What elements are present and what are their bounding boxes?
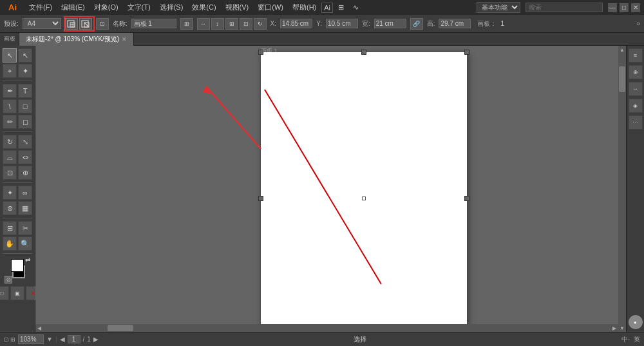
workspace-selector[interactable]: 基本功能 — [477, 2, 520, 13]
direct-select-tool[interactable]: ↖ — [18, 48, 32, 62]
artboard-tool[interactable]: ⊞ — [3, 221, 17, 235]
panel-btn-3[interactable]: ↔ — [629, 82, 643, 96]
delete-artboard-button[interactable] — [79, 18, 92, 30]
width-tool[interactable]: ⇔ — [18, 150, 32, 164]
menu-help[interactable]: 帮助(H) — [289, 1, 320, 14]
scroll-thumb[interactable] — [619, 66, 625, 92]
scroll-right-btn[interactable]: ▶ — [611, 324, 618, 332]
none-color[interactable]: ∅ — [5, 276, 12, 284]
options-extra-btn[interactable]: ⊡ — [96, 18, 109, 30]
preset-select[interactable]: A4 — [23, 18, 61, 29]
zoom-tool[interactable]: 🔍 — [18, 236, 32, 251]
text-tool[interactable]: T — [18, 84, 32, 98]
panel-circle-btn[interactable]: ● — [629, 315, 643, 329]
gradient-btn[interactable]: ▣ — [10, 286, 24, 300]
svg-rect-0 — [68, 21, 74, 27]
handle-top-mid[interactable] — [361, 50, 366, 55]
handle-mid-right[interactable] — [464, 196, 469, 201]
free-transform-tool[interactable]: ⊡ — [3, 166, 17, 180]
canvas-area[interactable]: 画板 1 ▲ ▼ — [35, 46, 626, 332]
panel-toggle[interactable]: 画板 — [0, 33, 19, 46]
y-input[interactable] — [326, 19, 358, 28]
color-mode-btn[interactable]: □ — [0, 286, 9, 300]
document-tab[interactable]: 未标题-2* @ 103% (CMYK/预览) ✕ — [19, 33, 134, 46]
fill-color[interactable] — [11, 259, 24, 272]
page-next[interactable]: ▶ — [93, 336, 99, 343]
slice-tool[interactable]: ✂ — [18, 221, 32, 235]
move-btn3[interactable]: ⊞ — [225, 18, 238, 30]
tool-row-pencil: ✏ ◻ — [3, 115, 32, 129]
move-btn1[interactable]: ↔ — [197, 18, 210, 30]
page-input[interactable] — [68, 335, 80, 343]
rect-tool[interactable]: □ — [18, 99, 32, 113]
svg-marker-9 — [202, 86, 211, 94]
magic-wand-tool[interactable]: ✦ — [18, 64, 32, 78]
graph-tool[interactable]: ▦ — [18, 201, 32, 215]
panel-btn-5[interactable]: ⋯ — [629, 115, 643, 130]
warp-tool[interactable]: ⌓ — [3, 150, 17, 164]
vertical-scrollbar[interactable]: ▲ ▼ — [618, 46, 626, 332]
menu-edit[interactable]: 编辑(E) — [57, 1, 89, 14]
handle-top-right[interactable] — [464, 50, 469, 55]
menu-icon2[interactable]: ∿ — [349, 2, 363, 13]
w-input[interactable] — [374, 19, 406, 28]
move-btn4[interactable]: ⊡ — [240, 18, 252, 30]
horizontal-scrollbar[interactable]: ◀ ▶ — [35, 324, 618, 332]
hand-tool[interactable]: ✋ — [3, 236, 17, 251]
search-input[interactable] — [526, 3, 603, 12]
menu-window[interactable]: 窗口(W) — [254, 1, 287, 14]
x-input[interactable] — [280, 19, 312, 28]
select-tool[interactable]: ↖ — [3, 48, 17, 62]
options-collapse-arrow[interactable]: » — [636, 20, 640, 27]
minimize-button[interactable]: — — [608, 3, 617, 12]
panel-btn-1[interactable]: ≡ — [629, 48, 643, 62]
artboard-icon-btn[interactable]: ⊞ — [180, 18, 193, 30]
menu-text[interactable]: 文字(T) — [124, 1, 155, 14]
menu-effect[interactable]: 效果(C) — [188, 1, 220, 14]
debug-btn-1[interactable]: ⊡ — [4, 336, 9, 343]
rotate-tool[interactable]: ↻ — [3, 135, 17, 149]
tool-row-hand: ✋ 🔍 — [3, 236, 32, 251]
shape-builder-tool[interactable]: ⊕ — [18, 166, 32, 180]
pen-tool[interactable]: ✒ — [3, 84, 17, 98]
scroll-down-btn[interactable]: ▼ — [618, 324, 626, 332]
scroll-up-btn[interactable]: ▲ — [618, 46, 626, 53]
menu-object[interactable]: 对象(O) — [90, 1, 122, 14]
scroll-left-btn[interactable]: ◀ — [35, 324, 43, 332]
page-prev[interactable]: ◀ — [60, 336, 65, 343]
separator: | — [55, 336, 57, 343]
menu-file[interactable]: 文件(F) — [25, 1, 56, 14]
restore-button[interactable]: □ — [620, 3, 629, 12]
move-btn5[interactable]: ↻ — [254, 18, 267, 30]
new-artboard-button[interactable] — [65, 18, 78, 30]
h-scroll-thumb[interactable] — [108, 325, 133, 331]
panel-btn-4[interactable]: ◈ — [629, 99, 643, 113]
menu-view[interactable]: 视图(V) — [222, 1, 253, 14]
zoom-dropdown[interactable]: ▼ — [46, 336, 53, 343]
pencil-tool[interactable]: ✏ — [3, 115, 17, 129]
menu-select[interactable]: 选择(S) — [156, 1, 187, 14]
move-btn2[interactable]: ↕ — [211, 18, 224, 30]
scale-tool[interactable]: ⤡ — [18, 135, 32, 149]
smooth-tool[interactable]: ◻ — [18, 115, 32, 129]
tool-row-rotate: ↻ ⤡ — [3, 135, 32, 149]
eyedropper-tool[interactable]: ✦ — [3, 186, 17, 200]
panel-btn-2[interactable]: ⊕ — [629, 65, 643, 79]
tab-close-icon[interactable]: ✕ — [122, 36, 127, 43]
swap-colors-icon[interactable]: ⇄ — [25, 256, 30, 264]
h-input[interactable] — [439, 19, 471, 28]
handle-top-left[interactable] — [258, 50, 263, 55]
spray-tool[interactable]: ⊛ — [3, 201, 17, 215]
line-tool[interactable]: \ — [3, 99, 17, 113]
separator-2 — [3, 131, 32, 132]
menu-extra[interactable]: Ai — [321, 3, 333, 13]
link-wh-btn[interactable]: 🔗 — [410, 18, 423, 30]
blend-tool[interactable]: ∞ — [18, 186, 32, 200]
menu-icon1[interactable]: ⊞ — [334, 2, 348, 13]
zoom-input[interactable] — [18, 334, 44, 344]
close-button[interactable]: ✕ — [631, 3, 640, 12]
handle-mid-left[interactable] — [258, 196, 263, 201]
debug-btn-2[interactable]: ⊞ — [10, 336, 15, 343]
artboard-name-input[interactable] — [131, 19, 176, 28]
lasso-tool[interactable]: ⌖ — [3, 64, 17, 78]
